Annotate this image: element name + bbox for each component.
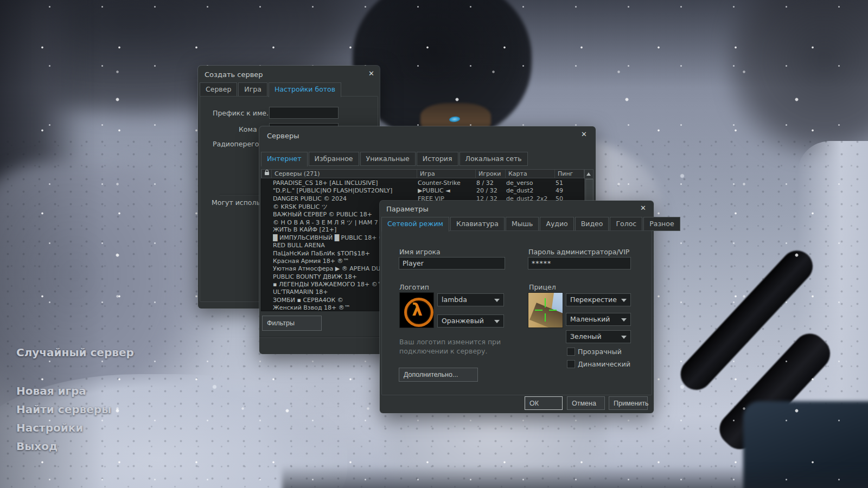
ok-button[interactable]: ОК bbox=[525, 396, 563, 410]
menu-item-0[interactable]: Случайный сервер bbox=[16, 346, 134, 359]
advanced-button[interactable]: Дополнительно... bbox=[399, 368, 478, 382]
chevron-down-icon bbox=[621, 318, 627, 322]
main-menu: Случайный серверНовая играНайти серверыН… bbox=[16, 346, 157, 460]
servers-tab-2[interactable]: Уникальные bbox=[360, 152, 416, 166]
close-icon[interactable]: ✕ bbox=[581, 131, 587, 138]
server-players: 20 / 32 bbox=[476, 187, 505, 194]
logo-color-dropdown[interactable]: Оранжевый bbox=[437, 314, 504, 328]
server-name: "D.P.L." [PUBLIC|NO FLASH|DUST2ONLY] bbox=[273, 187, 416, 194]
options-tab-0[interactable]: Сетевой режим bbox=[381, 217, 449, 232]
bot-prefix-input[interactable] bbox=[269, 107, 339, 119]
server-game: ▶PUBLIC ◄ bbox=[418, 187, 473, 194]
create-server-tab-1[interactable]: Игра bbox=[238, 82, 267, 97]
server-row[interactable]: "D.P.L." [PUBLIC|NO FLASH|DUST2ONLY]▶PUB… bbox=[261, 187, 584, 194]
logo-note-line2: подключении к серверу. bbox=[399, 346, 501, 356]
logo-note: Ваш логотип изменится при подключении к … bbox=[399, 337, 501, 356]
crosshair-segment bbox=[535, 310, 542, 311]
player-name-label: Имя игрока bbox=[399, 248, 441, 256]
options-tab-6[interactable]: Разное bbox=[643, 217, 680, 231]
server-ping: 51 bbox=[556, 179, 583, 187]
chevron-down-icon bbox=[494, 299, 500, 302]
game-column-header[interactable]: Игра bbox=[417, 170, 478, 178]
lock-icon bbox=[265, 172, 269, 175]
close-icon[interactable]: ✕ bbox=[368, 70, 374, 77]
close-icon[interactable]: ✕ bbox=[640, 204, 646, 211]
menu-item-4[interactable]: Выход bbox=[16, 440, 58, 453]
server-list-header: Серверы (271) Игра Игроки Карта Пинг bbox=[261, 169, 584, 178]
arrow-up-icon bbox=[586, 172, 591, 176]
options-tab-4[interactable]: Видео bbox=[575, 217, 609, 231]
servers-column-header[interactable]: Серверы (271) bbox=[271, 170, 420, 178]
chevron-down-icon bbox=[494, 320, 500, 323]
bot-prefix-label: Префикс к име... bbox=[213, 109, 273, 117]
dropdown-value: Перекрестие bbox=[570, 296, 617, 304]
dropdown-value: Оранжевый bbox=[442, 317, 484, 325]
create-server-tab-0[interactable]: Сервер bbox=[200, 82, 237, 97]
scrollbar-thumb[interactable] bbox=[585, 179, 593, 203]
dropdown-value: Маленький bbox=[570, 315, 610, 323]
menu-item-1[interactable]: Новая игра bbox=[16, 384, 86, 397]
crosshair-segment bbox=[545, 313, 546, 322]
menu-item-2[interactable]: Найти серверы bbox=[16, 403, 111, 416]
options-tab-1[interactable]: Клавиатура bbox=[450, 217, 505, 231]
crosshair-type-dropdown[interactable]: Перекрестие bbox=[566, 293, 631, 306]
logo-note-line1: Ваш логотип изменится при bbox=[399, 337, 501, 346]
options-tabs: Сетевой режимКлавиатураМышьАудиоВидеоГол… bbox=[381, 217, 680, 232]
chevron-down-icon bbox=[621, 336, 627, 339]
dynamic-checkbox-label: Динамический bbox=[578, 360, 630, 368]
translucent-checkbox[interactable] bbox=[567, 348, 575, 356]
dynamic-checkbox[interactable] bbox=[567, 360, 575, 368]
logo-preview: λ bbox=[399, 292, 434, 328]
scroll-up-button[interactable] bbox=[585, 170, 593, 179]
server-name: PARADISE_CS 18+ [ALL INCLUSIVE] bbox=[273, 179, 416, 187]
map-column-header[interactable]: Карта bbox=[505, 170, 558, 178]
ping-column-header[interactable]: Пинг bbox=[554, 170, 588, 178]
translucent-checkbox-label: Прозрачный bbox=[578, 348, 622, 356]
desktop: Случайный серверНовая играНайти серверыН… bbox=[0, 0, 868, 488]
admin-password-label: Пароль администратора/VIP bbox=[528, 248, 629, 256]
crosshair-label: Прицел bbox=[529, 283, 556, 291]
window-title: Параметры bbox=[386, 205, 429, 213]
players-column-header[interactable]: Игроки bbox=[475, 170, 508, 178]
server-game: Counter-Strike bbox=[418, 179, 473, 187]
apply-button[interactable]: Применить bbox=[609, 396, 648, 410]
crosshair-color-dropdown[interactable]: Зеленый bbox=[566, 330, 631, 343]
window-title: Создать сервер bbox=[205, 70, 263, 79]
crosshair-size-dropdown[interactable]: Маленький bbox=[566, 313, 631, 326]
bot-command-label: Кома bbox=[239, 125, 257, 133]
server-ping: 49 bbox=[556, 187, 583, 194]
create-server-tabs: СерверИграНастройки ботов bbox=[200, 82, 341, 97]
player-name-input[interactable] bbox=[399, 257, 505, 269]
servers-tab-4[interactable]: Локальная сеть bbox=[459, 152, 528, 166]
servers-tabs: ИнтернетИзбранноеУникальныеИсторияЛокаль… bbox=[261, 152, 528, 166]
server-map: de_dust2 bbox=[506, 187, 554, 194]
options-tab-5[interactable]: Голос bbox=[610, 217, 642, 231]
logo-label: Логотип bbox=[399, 283, 429, 291]
lambda-icon: λ bbox=[400, 300, 435, 319]
filters-button[interactable]: Фильтры bbox=[262, 316, 322, 331]
logo-style-dropdown[interactable]: lambda bbox=[437, 293, 504, 306]
admin-password-input[interactable] bbox=[528, 257, 631, 269]
options-window: Параметры ✕ Сетевой режимКлавиатураМышьА… bbox=[380, 201, 654, 413]
crosshair-segment bbox=[549, 310, 557, 311]
servers-tab-0[interactable]: Интернет bbox=[261, 152, 308, 166]
dropdown-value: lambda bbox=[442, 296, 467, 304]
dropdown-value: Зеленый bbox=[570, 332, 602, 341]
menu-item-3[interactable]: Настройки bbox=[16, 421, 83, 434]
server-row[interactable]: PARADISE_CS 18+ [ALL INCLUSIVE]Counter-S… bbox=[261, 179, 584, 187]
crosshair-preview bbox=[528, 292, 563, 328]
create-server-tab-2[interactable]: Настройки ботов bbox=[269, 82, 341, 97]
server-players: 8 / 32 bbox=[476, 179, 505, 187]
options-tab-2[interactable]: Мышь bbox=[506, 217, 539, 231]
server-map: de_verso bbox=[506, 179, 554, 187]
bot-weapons-label: Могут использ bbox=[212, 198, 264, 207]
chevron-down-icon bbox=[621, 299, 627, 302]
crosshair-segment bbox=[545, 298, 546, 307]
options-tab-3[interactable]: Аудио bbox=[540, 217, 573, 231]
servers-tab-1[interactable]: Избранное bbox=[309, 152, 359, 166]
window-title: Серверы bbox=[267, 132, 299, 140]
cancel-button[interactable]: Отмена bbox=[567, 396, 605, 410]
servers-tab-3[interactable]: История bbox=[417, 152, 458, 166]
